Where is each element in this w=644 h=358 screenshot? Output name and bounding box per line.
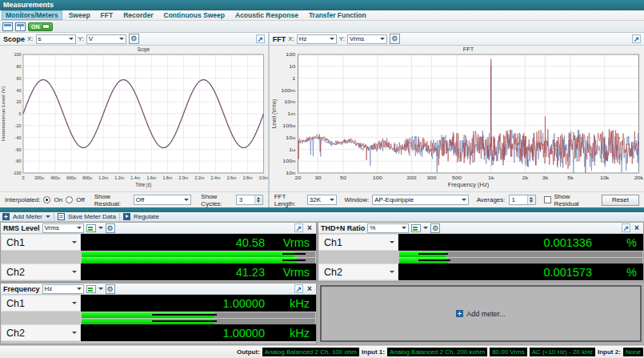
window-value: AP-Equiripple bbox=[374, 196, 414, 203]
add-meter-button[interactable]: Add Meter bbox=[13, 213, 42, 220]
fft-popout-icon[interactable]: ↗ bbox=[632, 34, 641, 43]
input1-bandwidth-badge[interactable]: AC (<10 Hz) - 20 kHz bbox=[530, 348, 595, 356]
svg-text:-100: -100 bbox=[13, 171, 22, 175]
scope-chart-svg: 0200u400u600u800u1.0m1.2m1.4m1.6m1.8m2.0… bbox=[0, 46, 268, 191]
fft-settings-gear-icon[interactable]: ⚙ bbox=[390, 34, 400, 44]
thdn-popout-icon[interactable]: ↗ bbox=[622, 223, 630, 232]
svg-text:800u: 800u bbox=[82, 175, 92, 180]
stepper-arrows-icon[interactable] bbox=[527, 195, 535, 204]
fft-x-unit-select[interactable]: Hz bbox=[297, 34, 337, 44]
stepper-arrows-icon[interactable] bbox=[254, 195, 262, 204]
scope-chart[interactable]: 0200u400u600u800u1.0m1.2m1.4m1.6m1.8m2.0… bbox=[0, 46, 268, 191]
input2-config-badge[interactable]: None bbox=[623, 348, 643, 356]
rms-unit-value: Vrms bbox=[45, 224, 59, 231]
menu-acoustic-response[interactable]: Acoustic Response bbox=[231, 10, 302, 20]
fft-chart[interactable]: 2030501002003005001k2k3k5k10k20k10010110… bbox=[270, 46, 644, 191]
add-meter-dropzone[interactable]: Add meter... bbox=[320, 285, 642, 342]
fft-y-unit-select[interactable]: Vrms bbox=[347, 34, 387, 44]
menu-fft[interactable]: FFT bbox=[97, 10, 118, 20]
window-label: Window: bbox=[345, 196, 370, 203]
layout-icon[interactable] bbox=[2, 22, 13, 31]
output-label: Output: bbox=[237, 348, 260, 356]
thdn-ch2-label[interactable]: Ch2 bbox=[318, 263, 398, 280]
svg-text:2.0m: 2.0m bbox=[179, 175, 189, 180]
svg-text:Scope: Scope bbox=[137, 47, 150, 52]
fft-panel-header: FFT X: Hz Y: Vrms ⚙ ↗ bbox=[270, 33, 644, 46]
rms-ch1-label[interactable]: Ch1 bbox=[1, 234, 81, 251]
rms-ch1-row: Ch1 40.58 Vrms bbox=[1, 234, 316, 251]
rms-meter-header: RMS Level Vrms ⚙ ↗ × bbox=[1, 223, 316, 234]
rms-ch2-label[interactable]: Ch2 bbox=[1, 263, 81, 280]
regulate-button[interactable]: Regulate bbox=[134, 213, 159, 220]
output-config-badge[interactable]: Analog Balanced 2 Ch, 100 ohm bbox=[262, 348, 359, 356]
fft-length-select[interactable]: 32K bbox=[307, 195, 337, 205]
show-cycles-stepper[interactable]: 3 bbox=[236, 195, 263, 205]
rms-close-icon[interactable]: × bbox=[306, 224, 314, 232]
svg-text:1.4m: 1.4m bbox=[130, 175, 140, 180]
rms-popout-icon[interactable]: ↗ bbox=[294, 223, 303, 232]
thdn-unit-select[interactable]: % bbox=[367, 223, 409, 233]
bar-display-mode-icon[interactable] bbox=[86, 224, 96, 232]
meter-toolbar: Add Meter Save Meter Data Regulate bbox=[0, 212, 644, 222]
frequency-ch1-label[interactable]: Ch1 bbox=[1, 295, 81, 312]
input1-config-badge[interactable]: Analog Balanced 2 Ch, 200 kohm bbox=[387, 348, 487, 356]
measurement-menubar: Monitors/Meters Sweep FFT Recorder Conti… bbox=[0, 10, 644, 21]
bar-display-mode-icon[interactable] bbox=[86, 285, 96, 293]
frequency-ch2-label[interactable]: Ch2 bbox=[1, 324, 81, 341]
frequency-ch1-row: Ch1 1.00000 kHz bbox=[1, 295, 316, 312]
scope-popout-icon[interactable]: ↗ bbox=[256, 34, 265, 43]
chevron-down-icon[interactable] bbox=[98, 288, 103, 290]
averages-stepper[interactable]: 1 bbox=[509, 195, 536, 205]
thdn-ch1-bar bbox=[399, 251, 642, 257]
chevron-down-icon bbox=[72, 271, 77, 273]
chevron-down-icon[interactable] bbox=[98, 227, 103, 229]
save-meter-data-button[interactable]: Save Meter Data bbox=[68, 213, 116, 220]
frequency-ch1-display: 1.00000 kHz bbox=[81, 295, 316, 312]
chevron-down-icon bbox=[380, 38, 385, 40]
menu-continuous-sweep[interactable]: Continuous Sweep bbox=[160, 10, 230, 20]
show-cycles-label: Show Cycles: bbox=[201, 193, 232, 207]
generator-on-toggle[interactable]: ON bbox=[28, 22, 53, 31]
input1-range-badge[interactable]: 80.00 Vrms bbox=[490, 348, 527, 356]
frequency-unit-select[interactable]: Hz bbox=[42, 284, 84, 294]
scope-settings-gear-icon[interactable]: ⚙ bbox=[129, 34, 139, 44]
fft-show-residual-checkbox[interactable] bbox=[544, 196, 551, 203]
chevron-down-icon[interactable] bbox=[423, 227, 428, 229]
svg-text:100m: 100m bbox=[281, 87, 295, 93]
menu-monitors-meters[interactable]: Monitors/Meters bbox=[2, 10, 62, 20]
svg-text:1.0m: 1.0m bbox=[98, 175, 108, 180]
svg-text:5k: 5k bbox=[567, 175, 574, 180]
thdn-settings-gear-icon[interactable]: ⚙ bbox=[430, 223, 440, 233]
scope-y-label: Y: bbox=[78, 35, 84, 42]
interpolated-off-radio[interactable] bbox=[66, 196, 73, 203]
reset-button[interactable]: Reset bbox=[602, 195, 639, 206]
scope-x-unit-select[interactable]: s bbox=[36, 34, 76, 44]
thdn-close-icon[interactable]: × bbox=[633, 224, 641, 232]
svg-text:60: 60 bbox=[17, 75, 22, 80]
fft-footer: FFT Length: 32K Window: AP-Equiripple Av… bbox=[270, 191, 644, 207]
chevron-down-icon[interactable] bbox=[46, 215, 50, 218]
rms-ch2-display: 41.23 Vrms bbox=[81, 263, 316, 280]
bar-display-mode-icon[interactable] bbox=[411, 224, 421, 232]
thdn-ch1-row: Ch1 0.001336 % bbox=[318, 234, 643, 251]
frequency-settings-gear-icon[interactable]: ⚙ bbox=[106, 284, 115, 294]
scope-footer: Interpolated: On Off Show Residual: Off … bbox=[0, 191, 268, 207]
rms-ch2-row: Ch2 41.23 Vrms bbox=[1, 263, 316, 280]
add-meter-icon bbox=[456, 310, 463, 317]
frequency-close-icon[interactable]: × bbox=[306, 285, 314, 293]
rms-settings-gear-icon[interactable]: ⚙ bbox=[106, 223, 115, 233]
show-residual-select[interactable]: Off bbox=[134, 195, 192, 205]
rms-unit-select[interactable]: Vrms bbox=[42, 223, 84, 233]
thdn-ch1-label[interactable]: Ch1 bbox=[318, 234, 398, 251]
thdn-ch2-row: Ch2 0.001573 % bbox=[318, 263, 643, 280]
scope-y-unit-select[interactable]: V bbox=[86, 34, 126, 44]
frequency-popout-icon[interactable]: ↗ bbox=[294, 284, 303, 293]
menu-recorder[interactable]: Recorder bbox=[119, 10, 157, 20]
interpolated-on-radio[interactable] bbox=[43, 196, 50, 203]
rms-ch1-display: 40.58 Vrms bbox=[81, 234, 316, 251]
menu-transfer-function[interactable]: Transfer Function bbox=[305, 10, 370, 20]
panels-view-icon[interactable] bbox=[15, 22, 26, 31]
menu-sweep[interactable]: Sweep bbox=[65, 10, 94, 20]
frequency-ch2-row: Ch2 1.00000 kHz bbox=[1, 324, 316, 341]
window-select[interactable]: AP-Equiripple bbox=[372, 195, 468, 205]
